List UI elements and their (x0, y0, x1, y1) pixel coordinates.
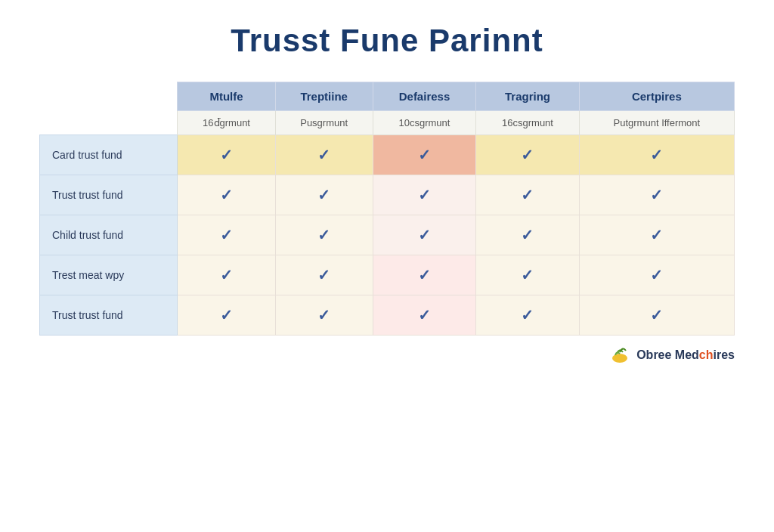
brand-highlight: ch (699, 348, 714, 361)
checkmark-icon: ✓ (650, 266, 663, 284)
check-5-1: ✓ (178, 295, 275, 336)
checkmark-icon: ✓ (521, 226, 534, 244)
table-row: Trest meat wpy ✓ ✓ ✓ ✓ ✓ (40, 255, 735, 295)
check-3-1: ✓ (178, 215, 275, 255)
check-4-3: ✓ (373, 255, 476, 295)
col-header-2: Treptiine (275, 82, 373, 111)
logo-area: Obree Medchires (39, 345, 735, 366)
checkmark-icon: ✓ (521, 186, 534, 204)
check-5-2: ✓ (275, 295, 373, 336)
check-4-1: ✓ (178, 255, 275, 295)
checkmark-icon: ✓ (220, 266, 233, 284)
brand-logo-icon (609, 345, 630, 366)
check-3-4: ✓ (476, 215, 580, 255)
check-2-5: ✓ (579, 175, 734, 215)
check-4-2: ✓ (275, 255, 373, 295)
empty-subheader (40, 111, 178, 135)
checkmark-icon: ✓ (317, 306, 330, 324)
sub-header-5: Putgrmunt Iffermont (579, 111, 734, 135)
check-2-3: ✓ (373, 175, 476, 215)
checkmark-icon: ✓ (650, 186, 663, 204)
check-1-4: ✓ (476, 135, 580, 175)
col-header-1: Mtulfe (178, 82, 275, 111)
check-1-2: ✓ (275, 135, 373, 175)
check-5-4: ✓ (476, 295, 580, 336)
column-header-row: Mtulfe Treptiine Defairess Tragring Cert… (40, 82, 735, 111)
col-header-4: Tragring (476, 82, 580, 111)
check-3-3: ✓ (373, 215, 476, 255)
check-1-3: ✓ (373, 135, 476, 175)
checkmark-icon: ✓ (521, 266, 534, 284)
checkmark-icon: ✓ (220, 306, 233, 324)
table-row: Child trust fund ✓ ✓ ✓ ✓ ✓ (40, 215, 735, 255)
page-title: Trusst Fune Parinnt (231, 23, 543, 59)
check-1-1: ✓ (178, 135, 275, 175)
check-4-5: ✓ (579, 255, 734, 295)
checkmark-icon: ✓ (220, 186, 233, 204)
checkmark-icon: ✓ (418, 146, 431, 164)
check-3-5: ✓ (579, 215, 734, 255)
empty-header (40, 82, 178, 111)
checkmark-icon: ✓ (317, 266, 330, 284)
row-label-1: Card trust fund (40, 135, 178, 175)
sub-header-1: 16d̈grmunt (178, 111, 275, 135)
checkmark-icon: ✓ (418, 306, 431, 324)
table-row: Trust trust fund ✓ ✓ ✓ ✓ ✓ (40, 295, 735, 336)
check-3-2: ✓ (275, 215, 373, 255)
checkmark-icon: ✓ (650, 146, 663, 164)
checkmark-icon: ✓ (650, 226, 663, 244)
sub-header-4: 16csgrmunt (476, 111, 580, 135)
checkmark-icon: ✓ (418, 186, 431, 204)
checkmark-icon: ✓ (317, 146, 330, 164)
row-label-5: Trust trust fund (40, 295, 178, 336)
checkmark-icon: ✓ (317, 186, 330, 204)
checkmark-icon: ✓ (317, 226, 330, 244)
col-header-5: Certpires (579, 82, 734, 111)
row-label-2: Trust trust fund (40, 175, 178, 215)
check-2-2: ✓ (275, 175, 373, 215)
sub-header-3: 10csgrmunt (373, 111, 476, 135)
check-2-1: ✓ (178, 175, 275, 215)
checkmark-icon: ✓ (521, 146, 534, 164)
comparison-table-wrapper: Mtulfe Treptiine Defairess Tragring Cert… (39, 82, 735, 336)
comparison-table: Mtulfe Treptiine Defairess Tragring Cert… (39, 82, 735, 336)
checkmark-icon: ✓ (650, 306, 663, 324)
table-row: Card trust fund ✓ ✓ ✓ ✓ ✓ (40, 135, 735, 175)
sub-header-2: Pusgrmunt (275, 111, 373, 135)
check-5-5: ✓ (579, 295, 734, 336)
checkmark-icon: ✓ (521, 306, 534, 324)
checkmark-icon: ✓ (220, 226, 233, 244)
row-label-3: Child trust fund (40, 215, 178, 255)
check-5-3: ✓ (373, 295, 476, 336)
row-label-4: Trest meat wpy (40, 255, 178, 295)
sub-header-row: 16d̈grmunt Pusgrmunt 10csgrmunt 16csgrmu… (40, 111, 735, 135)
svg-point-0 (612, 354, 627, 363)
checkmark-icon: ✓ (418, 266, 431, 284)
col-header-3: Defairess (373, 82, 476, 111)
checkmark-icon: ✓ (220, 146, 233, 164)
brand-name: Obree Medchires (636, 348, 735, 362)
checkmark-icon: ✓ (418, 226, 431, 244)
table-row: Trust trust fund ✓ ✓ ✓ ✓ ✓ (40, 175, 735, 215)
check-2-4: ✓ (476, 175, 580, 215)
check-1-5: ✓ (579, 135, 734, 175)
check-4-4: ✓ (476, 255, 580, 295)
